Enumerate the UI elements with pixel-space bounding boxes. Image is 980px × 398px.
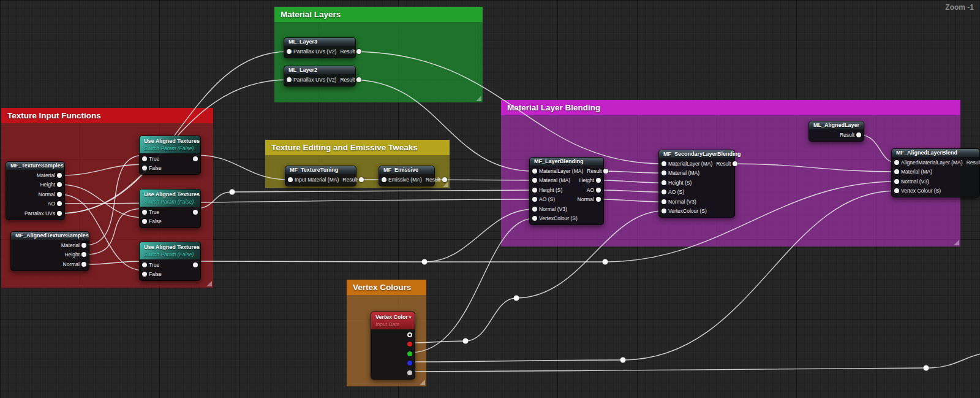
reroute-node[interactable] <box>514 296 519 301</box>
pin-row: Vertex Colour (S) <box>892 186 979 196</box>
vertex-blue-output-pin[interactable] <box>407 361 412 365</box>
output-pin[interactable] <box>81 262 86 267</box>
output-pin[interactable] <box>57 201 62 206</box>
node-header[interactable]: MF_LayerBlending <box>530 158 603 166</box>
vertex-red-output-pin[interactable] <box>407 342 412 346</box>
input-pin[interactable] <box>532 169 537 174</box>
node-ml-layer2[interactable]: ML_Layer2 Parrallax UVs (V2) Result <box>284 66 356 86</box>
input-pin[interactable] <box>662 180 666 185</box>
pin-label: Result <box>340 77 355 83</box>
reroute-node[interactable] <box>620 358 626 363</box>
node-subtitle: Input Data <box>375 321 408 327</box>
input-pin[interactable] <box>532 216 537 221</box>
pin-label: True <box>149 209 159 215</box>
input-pin[interactable] <box>662 189 666 194</box>
input-pin[interactable] <box>287 77 292 82</box>
node-header[interactable]: MF_TextureTuning <box>285 166 356 174</box>
output-pin[interactable] <box>856 132 861 137</box>
output-pin[interactable] <box>57 182 62 187</box>
input-pin[interactable] <box>662 209 666 213</box>
node-header[interactable]: Vertex Color Input Data ▼ <box>371 312 415 329</box>
node-header[interactable]: ML_AlignedLayer <box>809 121 864 129</box>
input-pin[interactable] <box>142 166 147 170</box>
input-pin[interactable] <box>662 170 666 175</box>
input-pin[interactable] <box>894 160 899 165</box>
input-pin[interactable] <box>287 49 292 54</box>
vertex-color-output-pin[interactable] <box>407 332 412 337</box>
reroute-node[interactable] <box>463 339 469 344</box>
pin-label: Emissive (MA) <box>388 177 422 183</box>
output-pin[interactable] <box>57 173 62 178</box>
node-vertex-color[interactable]: Vertex Color Input Data ▼ <box>371 312 415 380</box>
input-pin[interactable] <box>532 188 537 193</box>
node-mf-secondarylayerblending[interactable]: MF_SecondaryLayerBlending MaterialLayer … <box>658 150 735 218</box>
pin-label: Result <box>340 48 355 55</box>
node-header[interactable]: Use Aligned Textures Switch Param (False… <box>140 189 200 207</box>
node-mf-texturesamples[interactable]: MF_TextureSamples Material Height Normal… <box>6 161 65 220</box>
node-ml-layer3[interactable]: ML_Layer3 Parrallax UVs (V2) Result <box>284 37 356 58</box>
chevron-down-icon[interactable]: ▼ <box>408 313 412 321</box>
input-pin[interactable] <box>894 188 899 193</box>
wire <box>599 199 663 202</box>
vertex-alpha-output-pin[interactable] <box>407 370 412 375</box>
input-pin[interactable] <box>142 156 147 161</box>
node-header[interactable]: Use Aligned Textures Switch Param (False… <box>140 242 200 259</box>
node-use-aligned-textures-2[interactable]: Use Aligned Textures Switch Param (False… <box>139 189 201 228</box>
vertex-green-output-pin[interactable] <box>407 351 412 356</box>
pin-row: Normal <box>11 259 89 269</box>
input-pin[interactable] <box>532 207 537 212</box>
node-header[interactable]: Use Aligned Textures Switch Param (False… <box>140 136 200 153</box>
output-pin[interactable] <box>596 197 601 202</box>
pin-row: VertexColour (S) <box>530 214 603 224</box>
wire <box>196 261 424 262</box>
pin-label: Result <box>342 177 357 183</box>
output-pin[interactable] <box>596 188 601 193</box>
node-header[interactable]: ML_Layer2 <box>284 66 355 74</box>
input-pin[interactable] <box>142 262 147 267</box>
output-pin[interactable] <box>193 156 198 161</box>
input-pin[interactable] <box>288 177 293 182</box>
output-pin[interactable] <box>193 210 198 215</box>
input-pin[interactable] <box>142 219 147 224</box>
node-mf-alignedtexturesamples[interactable]: MF_AlignedTextureSamples Material Height… <box>10 231 89 271</box>
node-mf-texturetuning[interactable]: MF_TextureTuning Input Material (MA) Res… <box>285 166 356 186</box>
output-pin[interactable] <box>81 243 86 248</box>
reroute-node[interactable] <box>422 259 428 265</box>
input-pin[interactable] <box>662 199 666 204</box>
node-header[interactable]: MF_AlignedTextureSamples <box>11 232 89 240</box>
output-pin[interactable] <box>57 211 62 216</box>
node-mf-alignedlayerblend[interactable]: MF_AlignedLayerBlend AlignedMaterialLaye… <box>891 148 980 197</box>
node-header[interactable]: MF_AlignedLayerBlend <box>892 149 979 157</box>
node-mf-layerblending[interactable]: MF_LayerBlending MaterialLayer (MA)Resul… <box>529 157 604 225</box>
output-pin[interactable] <box>596 178 601 183</box>
wire <box>85 261 144 264</box>
reroute-node[interactable] <box>924 365 929 371</box>
input-pin[interactable] <box>894 179 899 184</box>
input-pin[interactable] <box>662 161 666 166</box>
pin-row: Parralax UVs <box>6 209 64 218</box>
node-header[interactable]: ML_Layer3 <box>284 38 355 46</box>
reroute-node[interactable] <box>603 259 608 265</box>
input-pin[interactable] <box>894 169 899 174</box>
input-pin[interactable] <box>532 197 537 202</box>
reroute-node[interactable] <box>230 189 235 195</box>
output-pin[interactable] <box>57 192 62 197</box>
output-pin[interactable] <box>442 177 447 182</box>
node-ml-alignedlayer[interactable]: ML_AlignedLayer Result <box>809 121 864 142</box>
node-mf-emissive[interactable]: MF_Emissive Emissive (MA) Result <box>379 166 435 186</box>
pin-label: Result <box>716 161 731 167</box>
node-use-aligned-textures-3[interactable]: Use Aligned Textures Switch Param (False… <box>139 242 201 281</box>
output-pin[interactable] <box>81 252 86 257</box>
wire <box>410 218 534 353</box>
node-title: Use Aligned Textures <box>144 191 196 199</box>
node-header[interactable]: MF_SecondaryLayerBlending <box>659 150 734 158</box>
output-pin[interactable] <box>193 262 198 267</box>
input-pin[interactable] <box>382 177 386 182</box>
input-pin[interactable] <box>142 210 147 215</box>
node-use-aligned-textures-1[interactable]: Use Aligned Textures Switch Param (False… <box>139 136 201 175</box>
input-pin[interactable] <box>142 272 147 277</box>
node-header[interactable]: MF_TextureSamples <box>6 162 64 170</box>
input-pin[interactable] <box>532 178 537 183</box>
pin-label: MaterialLayer (MA) <box>668 161 712 167</box>
node-header[interactable]: MF_Emissive <box>379 166 434 174</box>
